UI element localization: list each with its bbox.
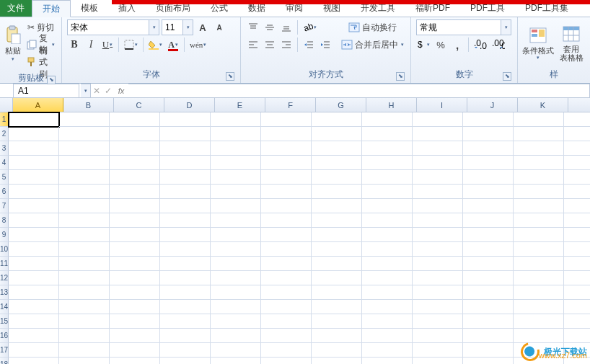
phonetic-button[interactable]: wén — [188, 37, 208, 53]
cell[interactable] — [261, 199, 312, 213]
cell[interactable] — [514, 271, 564, 285]
border-button[interactable] — [123, 37, 139, 53]
cell[interactable] — [514, 228, 564, 242]
cell[interactable] — [463, 329, 514, 343]
cell[interactable] — [9, 213, 59, 228]
row-header[interactable]: 6 — [0, 185, 9, 199]
cell[interactable] — [110, 213, 160, 228]
paste-button[interactable]: 粘贴 ▾ — [3, 19, 23, 66]
cell[interactable] — [211, 242, 261, 257]
cell[interactable] — [110, 228, 160, 242]
decrease-indent-button[interactable] — [301, 37, 316, 53]
cell[interactable] — [9, 199, 59, 213]
cell[interactable] — [110, 358, 160, 364]
cell[interactable] — [362, 314, 413, 329]
cell[interactable] — [211, 141, 261, 156]
row-header[interactable]: 4 — [0, 156, 9, 170]
cell[interactable] — [514, 285, 564, 300]
fx-button[interactable]: fx — [114, 86, 128, 95]
cell[interactable] — [413, 156, 463, 170]
cell[interactable] — [463, 185, 514, 199]
cell[interactable] — [564, 228, 590, 242]
row-header[interactable]: 7 — [0, 199, 9, 213]
number-format-combo[interactable]: 常规▾ — [416, 19, 511, 35]
cell[interactable] — [362, 300, 413, 314]
row-header[interactable]: 11 — [0, 257, 9, 271]
col-header[interactable]: J — [467, 98, 518, 112]
cell[interactable] — [211, 285, 261, 300]
menu-tab-0[interactable]: 开始 — [32, 0, 71, 17]
cell[interactable] — [9, 141, 59, 156]
cell[interactable] — [463, 314, 514, 329]
cell[interactable] — [312, 257, 362, 271]
align-bottom-button[interactable] — [279, 19, 294, 35]
row-header[interactable]: 14 — [0, 300, 9, 314]
cell[interactable] — [564, 271, 590, 285]
cell[interactable] — [312, 156, 362, 170]
row-header[interactable]: 10 — [0, 242, 9, 257]
cell[interactable] — [110, 300, 160, 314]
cell[interactable] — [564, 127, 590, 141]
cell[interactable] — [463, 285, 514, 300]
cell[interactable] — [160, 156, 211, 170]
cell[interactable] — [160, 285, 211, 300]
table-format-button[interactable]: 套用 表格格 — [555, 19, 587, 66]
decrease-decimal-button[interactable]: .00.0 — [490, 37, 506, 53]
cell[interactable] — [211, 314, 261, 329]
cell[interactable] — [110, 285, 160, 300]
increase-font-button[interactable]: A — [195, 19, 210, 35]
row-header[interactable]: 8 — [0, 213, 9, 228]
align-right-button[interactable] — [279, 37, 294, 53]
increase-indent-button[interactable] — [318, 37, 333, 53]
cell[interactable] — [59, 329, 110, 343]
cell[interactable] — [59, 141, 110, 156]
merge-center-button[interactable]: 合并后居中 — [340, 37, 405, 53]
cell[interactable] — [514, 199, 564, 213]
cell[interactable] — [9, 257, 59, 271]
col-header[interactable]: E — [215, 98, 265, 112]
cell[interactable] — [9, 358, 59, 364]
cell[interactable] — [160, 112, 211, 127]
cell[interactable] — [59, 127, 110, 141]
cell[interactable] — [160, 358, 211, 364]
cell[interactable] — [413, 257, 463, 271]
cell[interactable] — [160, 343, 211, 358]
cell[interactable] — [514, 242, 564, 257]
decrease-font-button[interactable]: A — [212, 19, 226, 35]
cell[interactable] — [261, 257, 312, 271]
cell[interactable] — [463, 300, 514, 314]
cell[interactable] — [312, 170, 362, 185]
cell[interactable] — [9, 185, 59, 199]
cell[interactable] — [59, 343, 110, 358]
fill-color-button[interactable] — [147, 37, 164, 53]
align-middle-button[interactable] — [263, 19, 277, 35]
cell[interactable] — [9, 228, 59, 242]
cell[interactable] — [463, 242, 514, 257]
cell[interactable] — [211, 300, 261, 314]
align-top-button[interactable] — [246, 19, 260, 35]
cell[interactable] — [211, 257, 261, 271]
cell[interactable] — [59, 228, 110, 242]
cell[interactable] — [413, 228, 463, 242]
cell[interactable] — [59, 199, 110, 213]
name-box-dropdown[interactable]: ▾ — [81, 84, 91, 98]
cell[interactable] — [160, 300, 211, 314]
cell[interactable] — [211, 170, 261, 185]
cell[interactable] — [514, 156, 564, 170]
cell[interactable] — [110, 343, 160, 358]
cell[interactable] — [413, 271, 463, 285]
align-center-button[interactable] — [263, 37, 277, 53]
cells-area[interactable] — [9, 112, 590, 364]
cell[interactable] — [261, 285, 312, 300]
cell[interactable] — [110, 242, 160, 257]
cell[interactable] — [59, 112, 110, 127]
row-header[interactable]: 16 — [0, 329, 9, 343]
align-left-button[interactable] — [246, 37, 260, 53]
cell[interactable] — [312, 329, 362, 343]
cell[interactable] — [362, 343, 413, 358]
cell[interactable] — [261, 112, 312, 127]
cell[interactable] — [312, 213, 362, 228]
cell[interactable] — [160, 141, 211, 156]
comma-button[interactable]: , — [450, 37, 464, 53]
cell[interactable] — [160, 213, 211, 228]
